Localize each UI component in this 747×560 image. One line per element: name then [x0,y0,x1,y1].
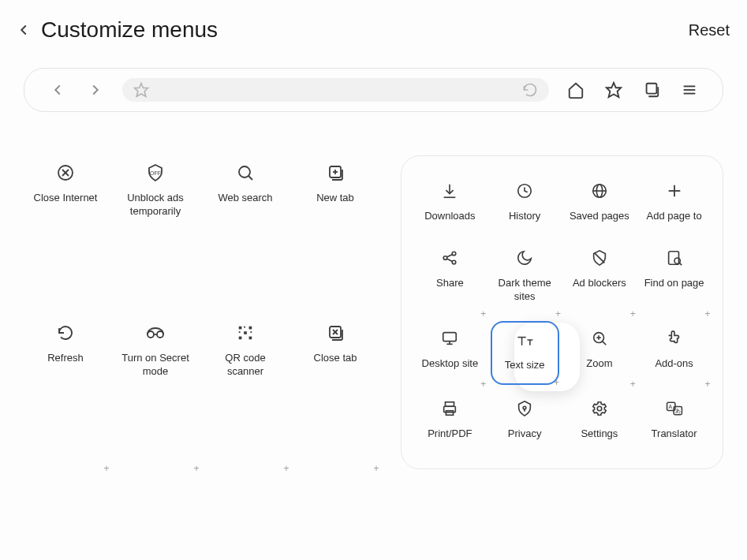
menu-item-privacy[interactable]: Privacy [491,391,559,452]
reload-icon [522,82,538,98]
print-icon [439,398,461,420]
svg-marker-0 [135,84,148,97]
svg-marker-1 [607,83,621,97]
plus-badge: + [101,463,112,474]
history-icon [514,180,536,202]
menu-item-downloads[interactable]: Downloads [416,174,484,234]
search-icon [234,162,256,184]
close-tab-icon [324,322,346,344]
menu-label: Dark theme sites [494,277,556,304]
svg-point-62 [597,406,602,411]
svg-text:あ: あ [674,408,680,414]
shield-off-icon: OFF [144,162,166,184]
back-button[interactable] [9,16,38,44]
menu-label: QR code scanner [207,352,284,379]
download-icon [439,180,461,202]
bookmarks-icon[interactable] [603,79,625,101]
menu-item-translator[interactable]: Aあ Translator [640,391,708,452]
menu-label: Add page to [647,210,702,223]
menu-label: Close tab [314,352,357,365]
menu-label: Web search [218,192,272,205]
text-size-icon [514,329,536,351]
svg-line-41 [447,259,453,262]
reset-button[interactable]: Reset [689,21,730,39]
menu-label: Downloads [424,210,475,223]
menu-label: New tab [316,192,354,205]
chevron-left-icon [15,21,32,39]
plus-badge: + [478,308,489,319]
plus-badge: + [702,379,713,390]
active-items-grid: Downloads History Saved pages Add page t… [416,174,708,451]
menu-item-ad-blockers[interactable]: Ad blockers + [566,241,634,315]
privacy-icon [514,398,536,420]
svg-rect-57 [446,401,454,406]
menu-label: Add-ons [655,357,693,371]
menu-label: Find on page [644,277,704,290]
svg-rect-21 [244,327,245,328]
menu-item-text-size[interactable]: Text size + [491,321,559,385]
menu-item-saved-pages[interactable]: Saved pages [566,174,634,234]
grid-container: Close Internet OFF Unblock ads temporari… [0,120,747,469]
url-bar[interactable] [122,78,549,102]
menu-label: Desktop site [422,357,479,371]
menu-label: Privacy [508,427,542,441]
svg-rect-25 [250,331,252,333]
svg-text:OFF: OFF [150,170,161,176]
toolbar-preview [24,68,723,112]
menu-label: Turn on Secret mode [117,352,194,379]
menu-item-qr-scanner[interactable]: QR code scanner + [204,315,287,469]
menu-label: Zoom [586,357,612,371]
nav-forward-icon[interactable] [84,79,106,101]
qr-icon [234,322,256,344]
menu-label: Ad blockers [573,277,626,290]
menu-item-close-tab[interactable]: Close tab + [293,315,377,469]
menu-icon[interactable] [678,79,700,101]
menu-item-refresh[interactable]: Refresh + [24,315,107,469]
desktop-icon [439,327,461,349]
plus-badge: + [478,379,489,390]
svg-rect-24 [239,331,241,333]
svg-line-11 [248,176,252,180]
menu-item-secret-mode[interactable]: Turn on Secret mode + [114,315,197,469]
svg-rect-46 [443,332,457,341]
menu-item-history[interactable]: History [491,174,559,234]
menu-label: Share [436,277,464,290]
menu-item-settings[interactable]: Settings [566,391,634,452]
menu-item-unblock-ads[interactable]: OFF Unblock ads temporarily [114,155,197,309]
menu-label: Unblock ads temporarily [117,192,194,218]
svg-point-10 [239,166,250,177]
moon-icon [514,247,536,269]
menu-item-web-search[interactable]: Web search [204,155,287,309]
plus-badge: + [371,463,382,474]
svg-line-40 [447,254,453,257]
menu-item-zoom[interactable]: Zoom + [566,321,634,385]
page-title: Customize menus [41,17,218,43]
menu-item-print-pdf[interactable]: Print/PDF [416,391,484,452]
zoom-icon [588,327,611,349]
menu-item-desktop-site[interactable]: Desktop site + [416,321,484,385]
star-icon [133,82,149,98]
menu-item-new-tab[interactable]: New tab [293,155,377,309]
menu-item-share[interactable]: Share + [416,241,484,315]
svg-rect-18 [239,327,242,330]
svg-rect-22 [244,331,247,334]
available-items-grid: Close Internet OFF Unblock ads temporari… [24,155,377,469]
close-circle-icon [54,162,77,184]
menu-item-close-internet[interactable]: Close Internet [24,155,107,309]
plus-badge: + [702,308,713,319]
find-page-icon [663,247,685,269]
home-icon[interactable] [565,79,587,101]
menu-label: Print/PDF [428,427,472,441]
svg-rect-23 [249,337,252,340]
nav-back-icon[interactable] [47,79,69,101]
svg-rect-20 [249,327,252,330]
menu-item-dark-theme[interactable]: Dark theme sites + [491,241,559,315]
menu-item-add-page-to[interactable]: Add page to [640,174,708,234]
menu-label: Close Internet [34,192,98,205]
gear-icon [588,398,611,420]
new-tab-icon [324,162,346,184]
tabs-icon[interactable] [641,79,663,101]
menu-item-find-on-page[interactable]: Find on page + [640,241,708,315]
plus-badge: + [627,308,638,319]
menu-item-add-ons[interactable]: Add-ons + [640,321,708,385]
